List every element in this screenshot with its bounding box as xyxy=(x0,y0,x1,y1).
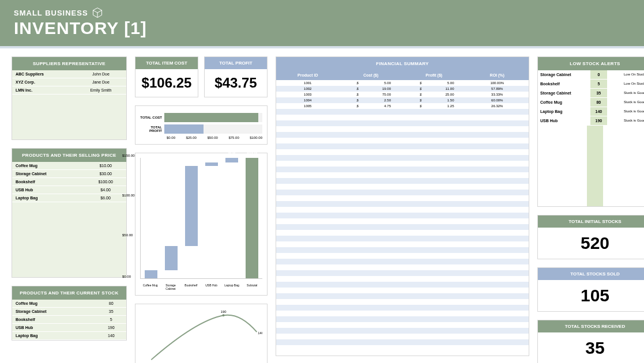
financial-row: 1004$2.50$1.5060.00% xyxy=(276,97,529,103)
hbar-cost-bar xyxy=(164,113,258,122)
financial-summary-panel: FINANCIAL SUMMARY Product ID Cost ($) Pr… xyxy=(276,56,529,356)
cube-icon xyxy=(92,7,103,18)
alert-row: USB Hub190Stock is Good ⓘ xyxy=(538,116,644,126)
products-stock-title: PRODUCTS AND THEIR CURRENT STOCK xyxy=(12,286,126,300)
kpi-label: TOTAL STOCKS SOLD xyxy=(538,268,644,280)
svg-text:190: 190 xyxy=(221,310,227,313)
vbar: $4.00 xyxy=(205,162,218,278)
header-subtitle: SMALL BUSINESS xyxy=(14,9,88,17)
kpi-label: TOTAL ITEM COST xyxy=(135,57,198,69)
line-chart: 190 140 xyxy=(135,304,268,363)
kpi-total-item-cost: TOTAL ITEM COST $106.25 xyxy=(135,56,198,97)
vbar: $150.00 xyxy=(246,158,258,278)
alerts-table: Storage Cabinet0Low On Stock ⓘBookshelf5… xyxy=(538,70,644,126)
vbar: $6.00 xyxy=(225,158,238,278)
line-chart-svg: 190 140 xyxy=(140,309,262,361)
hbar-label-profit: TOTAL PROFIT xyxy=(140,126,164,133)
kpi-total-profit: TOTAL PROFIT $43.75 xyxy=(204,56,268,97)
kpi-value: 35 xyxy=(538,332,644,363)
financial-row: 1005$4.75$1.2526.32% xyxy=(276,103,529,109)
svg-text:140: 140 xyxy=(258,331,262,335)
vbar: $10.00 xyxy=(145,270,157,278)
kpi-value: 105 xyxy=(538,280,644,311)
kpi-label: TOTAL STOCKS RECEIVED xyxy=(538,320,644,332)
kpi-value: $106.25 xyxy=(135,69,198,97)
financial-row: 1001$5.00$5.00100.00% xyxy=(276,80,529,86)
table-row: ABC SuppliersJohn Doe xyxy=(12,70,126,78)
table-row: Coffee Mug$10.00 xyxy=(12,162,126,170)
table-row: USB Hub$4.00 xyxy=(12,186,126,194)
alert-row: Coffee Mug80Stock is Good ⓘ xyxy=(538,98,644,107)
table-row: LMN Inc.Emily Smith xyxy=(12,86,126,94)
kpi-value: $43.75 xyxy=(205,69,267,97)
products-stock-table: Coffee Mug80 Storage Cabinet35 Bookshelf… xyxy=(12,300,126,340)
hbar-chart: TOTAL COST TOTAL PROFIT $0.00 $25.00 $50… xyxy=(135,105,268,145)
kpi-label: TOTAL INITIAL STOCKS xyxy=(538,215,644,228)
products-price-title: PRODUCTS AND THEIR SELLING PRICE xyxy=(12,149,126,162)
vbar-chart: $0.00 $50.00 $100.00 $150.00 $10.00$30.0… xyxy=(135,153,268,296)
alert-row: Storage Cabinet35Stock is Good ⓘ xyxy=(538,89,644,98)
products-stock-panel: PRODUCTS AND THEIR CURRENT STOCK Coffee … xyxy=(12,286,127,341)
table-row: USB Hub190 xyxy=(12,324,126,332)
table-row: XYZ Corp.Jane Doe xyxy=(12,78,126,86)
financial-title: FINANCIAL SUMMARY xyxy=(276,57,529,70)
low-stock-alerts-panel: LOW STOCK ALERTS Storage Cabinet0Low On … xyxy=(537,56,644,207)
alerts-title: LOW STOCK ALERTS xyxy=(538,57,644,70)
kpi-stocks-received: TOTAL STOCKS RECEIVED 35 xyxy=(537,320,644,363)
hbar-profit-bar xyxy=(164,124,204,134)
table-row: Coffee Mug80 xyxy=(12,300,126,308)
header-title: INVENTORY [1] xyxy=(14,18,630,38)
alert-row: Storage Cabinet0Low On Stock ⓘ xyxy=(538,70,644,80)
kpi-stocks-sold: TOTAL STOCKS SOLD 105 xyxy=(537,267,644,312)
financial-row: 1002$19.00$11.0057.89% xyxy=(276,86,529,92)
hbar-label-cost: TOTAL COST xyxy=(140,116,164,119)
table-row: Bookshelf$100.00 xyxy=(12,178,126,186)
table-row: Laptop Bag$6.00 xyxy=(12,194,126,202)
table-row: Storage Cabinet$30.00 xyxy=(12,170,126,178)
table-row: Laptop Bag140 xyxy=(12,332,126,340)
suppliers-title: SUPPLIERS REPRESENTATIVE xyxy=(12,57,126,70)
products-price-panel: PRODUCTS AND THEIR SELLING PRICE Coffee … xyxy=(12,148,127,278)
kpi-value: 520 xyxy=(538,228,644,259)
table-row: Bookshelf5 xyxy=(12,316,126,324)
financial-row: 1003$75.00$25.0033.33% xyxy=(276,92,529,97)
vbar: $100.00 xyxy=(185,166,198,278)
vbar: $30.00 xyxy=(165,246,178,278)
suppliers-table: ABC SuppliersJohn Doe XYZ Corp.Jane Doe … xyxy=(12,70,126,94)
alert-row: Laptop Bag140Stock is Good ⓘ xyxy=(538,107,644,116)
alert-row: Bookshelf5Low On Stock ⓘ xyxy=(538,80,644,89)
svg-point-0 xyxy=(223,314,225,316)
kpi-initial-stocks: TOTAL INITIAL STOCKS 520 xyxy=(537,215,644,259)
products-price-table: Coffee Mug$10.00 Storage Cabinet$30.00 B… xyxy=(12,162,126,202)
suppliers-panel: SUPPLIERS REPRESENTATIVE ABC SuppliersJo… xyxy=(12,56,127,140)
table-row: Storage Cabinet35 xyxy=(12,308,126,316)
dashboard-header: SMALL BUSINESS INVENTORY [1] xyxy=(0,0,644,46)
kpi-label: TOTAL PROFIT xyxy=(205,57,267,69)
